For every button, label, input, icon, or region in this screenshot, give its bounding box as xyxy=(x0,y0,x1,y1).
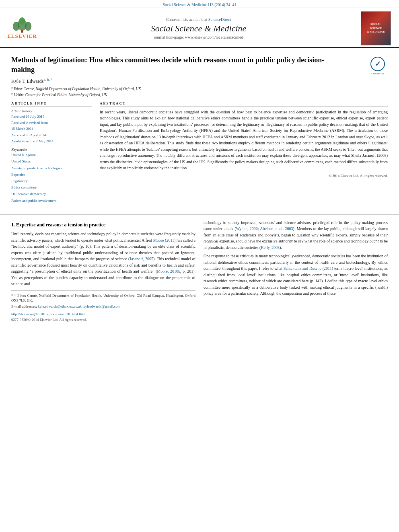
footnote-area: * * Ethox Centre, Nuffield Department of… xyxy=(11,290,195,309)
sciencedirect-link[interactable]: ScienceDirect xyxy=(208,17,231,22)
author-superscripts: a, b, * xyxy=(44,78,53,82)
article-title-area: Methods of legitimation: How ethics comm… xyxy=(11,55,388,75)
crossmark-logo[interactable]: ✓ CrossMark xyxy=(368,57,388,75)
doi-link[interactable]: http://dx.doi.org/10.1016/j.socscimed.20… xyxy=(11,312,195,317)
kelly-ref[interactable]: Kelly, 2003 xyxy=(261,245,280,250)
article-header-section: Methods of legitimation: How ethics comm… xyxy=(0,48,399,215)
journal-cover: SOCIAL SCIENCE & MEDICINE xyxy=(361,11,391,45)
article-dates: Received 16 July 2013 Received in revise… xyxy=(11,114,92,144)
contents-line: Contents lists available at ScienceDirec… xyxy=(41,17,356,22)
copyright-line: © 2014 Elsevier Ltd. All rights reserved… xyxy=(100,174,388,178)
elsevier-branding: ELSEVIER xyxy=(8,17,41,39)
keywords-list: United Kingdom United States Assisted re… xyxy=(11,152,92,204)
affiliation-b: b Uehiro Centre for Practical Ethics, Un… xyxy=(11,92,388,98)
schicktanz-ref[interactable]: Schicktanz and Dusche (2011) xyxy=(284,266,333,271)
body-col2-para1: technology in society improved, scientis… xyxy=(204,220,388,251)
article-history-label: Article history: xyxy=(11,109,92,113)
abstract-text: In recent years, liberal democratic soci… xyxy=(100,109,388,171)
article-title: Methods of legitimation: How ethics comm… xyxy=(11,55,341,75)
journal-citation: Social Science & Medicine 113 (2014) 34–… xyxy=(163,2,237,7)
issn-copyright: 0277-9536/© 2014 Elsevier Ltd. All right… xyxy=(11,317,195,323)
article-info-label: ARTICLE INFO xyxy=(11,101,92,107)
keyword-1: United States xyxy=(11,158,92,164)
body-col-left: 1. Expertise and reasons: a tension in p… xyxy=(11,220,195,323)
svg-point-4 xyxy=(19,17,25,25)
elsevier-wordmark: ELSEVIER xyxy=(7,33,37,39)
keyword-7: Patient and public involvement xyxy=(11,197,92,204)
abstract-label: ABSTRACT xyxy=(100,101,388,107)
keywords-label: Keywords: xyxy=(11,148,92,152)
footnote-star: * * Ethox Centre, Nuffield Department of… xyxy=(11,293,195,303)
body-col-right: technology in society improved, scientis… xyxy=(204,220,388,323)
author-affiliations: a Ethox Centre, Nuffield Department of P… xyxy=(11,86,388,98)
author-line: Kyle T. Edwardsa, b, * xyxy=(11,78,388,84)
keyword-2: Assisted reproductive technologies xyxy=(11,165,92,171)
elsevier-logo: ELSEVIER xyxy=(8,17,36,39)
abelson-ref[interactable]: Abelson et al., 2003 xyxy=(260,226,293,231)
article-body: 1. Expertise and reasons: a tension in p… xyxy=(0,215,399,329)
abstract-col: ABSTRACT In recent years, liberal democr… xyxy=(100,101,388,204)
wynne-ref[interactable]: Wynne, 2006 xyxy=(236,226,258,231)
article-history: Article history: Received 16 July 2013 R… xyxy=(11,109,92,144)
keyword-4: Legitimacy xyxy=(11,178,92,184)
body-col2-para2: One response to these critiques in many … xyxy=(204,253,388,297)
email-link-2[interactable]: kyleedwards@gmail.com xyxy=(83,304,120,308)
keyword-0: United Kingdom xyxy=(11,152,92,158)
footnote-email: E-mail addresses: kyle.edwards@ethox.ox.… xyxy=(11,304,195,309)
affiliation-a: a Ethox Centre, Nuffield Department of P… xyxy=(11,86,388,92)
svg-point-2 xyxy=(25,22,32,31)
body-two-col: 1. Expertise and reasons: a tension in p… xyxy=(11,220,388,323)
keyword-6: Deliberative democracy xyxy=(11,191,92,197)
article-info-abstract: ARTICLE INFO Article history: Received 1… xyxy=(11,101,388,204)
journal-homepage: journal homepage: www.elsevier.com/locat… xyxy=(41,35,356,39)
elsevier-tree-icon xyxy=(10,17,34,33)
available-date: Available online 2 May 2014 xyxy=(11,138,92,144)
body-col1-para1: Until recently, decisions regarding scie… xyxy=(11,231,195,287)
crossmark-label: CrossMark xyxy=(371,72,384,75)
section1-title: 1. Expertise and reasons: a tension in p… xyxy=(11,221,195,229)
svg-point-1 xyxy=(13,22,20,31)
crossmark-icon: ✓ xyxy=(370,57,385,71)
journal-header: ELSEVIER Contents lists available at Sci… xyxy=(0,8,399,48)
accepted-date: Accepted 30 April 2014 xyxy=(11,132,92,138)
journal-header-center: Contents lists available at ScienceDirec… xyxy=(41,17,356,39)
author-name: Kyle T. Edwards xyxy=(11,78,44,84)
homepage-url: www.elsevier.com/locate/socscimed xyxy=(185,35,243,39)
keyword-5: Ethics committee xyxy=(11,184,92,191)
svg-rect-3 xyxy=(21,30,23,33)
keyword-3: Expertise xyxy=(11,171,92,178)
revised-date: 15 March 2014 xyxy=(11,126,92,132)
jasanoff-ref[interactable]: Jasanoff, 2005 xyxy=(130,257,153,261)
revised-label: Received in revised form xyxy=(11,120,92,126)
journal-top-bar: Social Science & Medicine 113 (2014) 34–… xyxy=(0,0,399,8)
received-date: Received 16 July 2013 xyxy=(11,114,92,120)
article-info-col: ARTICLE INFO Article history: Received 1… xyxy=(11,101,92,204)
email-link-1[interactable]: kyle.edwards@ethox.ox.ac.uk xyxy=(38,304,82,308)
journal-title: Social Science & Medicine xyxy=(41,23,356,34)
cover-text: SOCIAL SCIENCE & MEDICINE xyxy=(367,23,385,34)
keywords-section: Keywords: United Kingdom United States A… xyxy=(11,148,92,204)
moore-ref[interactable]: Moore (2011) xyxy=(153,238,176,242)
moore2010-ref[interactable]: Moore, 2010b xyxy=(157,269,180,273)
journal-cover-thumbnail: SOCIAL SCIENCE & MEDICINE xyxy=(361,11,391,45)
